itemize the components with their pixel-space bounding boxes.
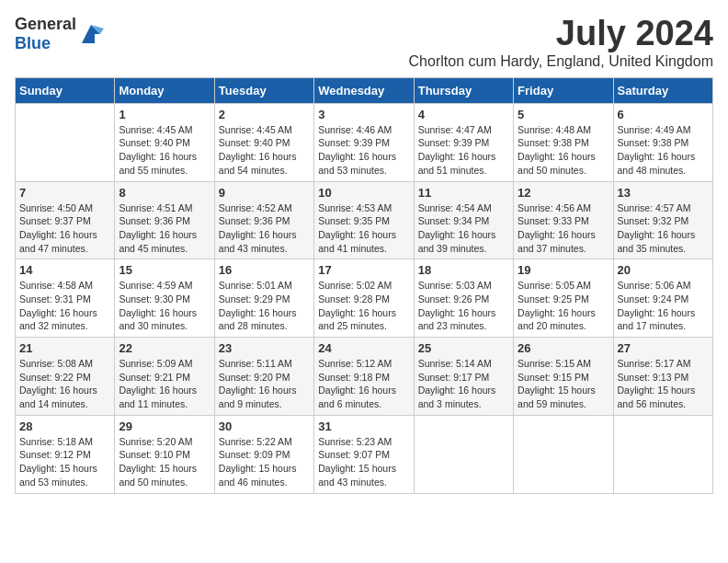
week-row-2: 14Sunrise: 4:58 AM Sunset: 9:31 PM Dayli… [16,259,713,338]
day-info: Sunrise: 4:48 AM Sunset: 9:38 PM Dayligh… [518,123,609,178]
day-info: Sunrise: 4:54 AM Sunset: 9:34 PM Dayligh… [418,201,509,256]
header-day-thursday: Thursday [414,77,513,103]
calendar-cell: 12Sunrise: 4:56 AM Sunset: 9:33 PM Dayli… [514,181,613,259]
day-info: Sunrise: 4:56 AM Sunset: 9:33 PM Dayligh… [518,201,609,256]
day-info: Sunrise: 4:45 AM Sunset: 9:40 PM Dayligh… [119,123,210,178]
day-info: Sunrise: 4:53 AM Sunset: 9:35 PM Dayligh… [318,201,409,256]
logo: General Blue [15,15,104,53]
header-day-tuesday: Tuesday [214,77,313,103]
day-number: 6 [618,108,709,121]
day-info: Sunrise: 5:02 AM Sunset: 9:28 PM Dayligh… [318,279,409,333]
week-row-4: 28Sunrise: 5:18 AM Sunset: 9:12 PM Dayli… [16,415,713,493]
header-day-sunday: Sunday [16,77,115,103]
header-row: SundayMondayTuesdayWednesdayThursdayFrid… [16,77,713,103]
calendar-cell: 18Sunrise: 5:03 AM Sunset: 9:26 PM Dayli… [414,259,513,338]
day-number: 14 [19,263,110,277]
day-info: Sunrise: 5:12 AM Sunset: 9:18 PM Dayligh… [318,357,409,411]
day-number: 18 [418,263,509,277]
day-number: 19 [518,263,609,277]
header-day-monday: Monday [115,77,214,103]
day-number: 8 [119,186,210,200]
day-info: Sunrise: 5:06 AM Sunset: 9:24 PM Dayligh… [618,279,709,333]
day-number: 31 [318,419,409,433]
day-info: Sunrise: 5:23 AM Sunset: 9:07 PM Dayligh… [318,435,409,489]
day-number: 13 [618,186,709,200]
calendar-cell: 25Sunrise: 5:14 AM Sunset: 9:17 PM Dayli… [414,338,513,416]
day-info: Sunrise: 4:49 AM Sunset: 9:38 PM Dayligh… [618,123,709,178]
day-number: 30 [219,419,310,433]
calendar-cell [16,103,115,181]
day-info: Sunrise: 4:52 AM Sunset: 9:36 PM Dayligh… [219,201,310,256]
day-number: 3 [318,108,409,121]
day-number: 5 [518,108,609,121]
calendar-cell: 10Sunrise: 4:53 AM Sunset: 9:35 PM Dayli… [314,181,414,259]
calendar-cell: 14Sunrise: 4:58 AM Sunset: 9:31 PM Dayli… [16,259,115,338]
calendar-cell: 20Sunrise: 5:06 AM Sunset: 9:24 PM Dayli… [613,259,712,338]
day-number: 24 [318,341,409,355]
calendar-cell [414,415,513,493]
calendar-cell: 23Sunrise: 5:11 AM Sunset: 9:20 PM Dayli… [214,338,313,416]
calendar-cell: 7Sunrise: 4:50 AM Sunset: 9:37 PM Daylig… [16,181,115,259]
day-number: 7 [19,186,110,200]
calendar-cell: 30Sunrise: 5:22 AM Sunset: 9:09 PM Dayli… [214,415,313,493]
title-area: July 2024 Chorlton cum Hardy, England, U… [409,15,713,70]
day-number: 16 [219,263,310,277]
calendar-cell: 13Sunrise: 4:57 AM Sunset: 9:32 PM Dayli… [613,181,712,259]
day-info: Sunrise: 4:50 AM Sunset: 9:37 PM Dayligh… [19,201,110,256]
calendar-cell: 29Sunrise: 5:20 AM Sunset: 9:10 PM Dayli… [115,415,214,493]
calendar-cell: 28Sunrise: 5:18 AM Sunset: 9:12 PM Dayli… [16,415,115,493]
calendar-cell: 17Sunrise: 5:02 AM Sunset: 9:28 PM Dayli… [314,259,414,338]
calendar-cell: 27Sunrise: 5:17 AM Sunset: 9:13 PM Dayli… [613,338,712,416]
day-info: Sunrise: 4:59 AM Sunset: 9:30 PM Dayligh… [119,279,210,333]
calendar-cell: 3Sunrise: 4:46 AM Sunset: 9:39 PM Daylig… [314,103,414,181]
day-info: Sunrise: 5:03 AM Sunset: 9:26 PM Dayligh… [418,279,509,333]
logo-blue: Blue [15,34,51,52]
day-number: 25 [418,341,509,355]
calendar-cell: 31Sunrise: 5:23 AM Sunset: 9:07 PM Dayli… [314,415,414,493]
calendar-cell: 8Sunrise: 4:51 AM Sunset: 9:36 PM Daylig… [115,181,214,259]
month-title: July 2024 [409,15,713,53]
calendar-cell: 9Sunrise: 4:52 AM Sunset: 9:36 PM Daylig… [214,181,313,259]
calendar-table: SundayMondayTuesdayWednesdayThursdayFrid… [15,77,713,494]
calendar-cell: 4Sunrise: 4:47 AM Sunset: 9:39 PM Daylig… [414,103,513,181]
header-day-wednesday: Wednesday [314,77,414,103]
logo-icon [78,21,104,47]
day-number: 27 [618,341,709,355]
day-info: Sunrise: 5:22 AM Sunset: 9:09 PM Dayligh… [219,435,310,489]
day-info: Sunrise: 5:01 AM Sunset: 9:29 PM Dayligh… [219,279,310,333]
calendar-cell: 6Sunrise: 4:49 AM Sunset: 9:38 PM Daylig… [613,103,712,181]
calendar-cell: 24Sunrise: 5:12 AM Sunset: 9:18 PM Dayli… [314,338,414,416]
calendar-cell: 26Sunrise: 5:15 AM Sunset: 9:15 PM Dayli… [514,338,613,416]
header-day-friday: Friday [514,77,613,103]
day-number: 29 [119,419,210,433]
day-number: 15 [119,263,210,277]
calendar-cell: 15Sunrise: 4:59 AM Sunset: 9:30 PM Dayli… [115,259,214,338]
calendar-cell: 21Sunrise: 5:08 AM Sunset: 9:22 PM Dayli… [16,338,115,416]
day-number: 17 [318,263,409,277]
day-info: Sunrise: 5:05 AM Sunset: 9:25 PM Dayligh… [518,279,609,333]
week-row-3: 21Sunrise: 5:08 AM Sunset: 9:22 PM Dayli… [16,338,713,416]
calendar-cell: 19Sunrise: 5:05 AM Sunset: 9:25 PM Dayli… [514,259,613,338]
day-info: Sunrise: 4:51 AM Sunset: 9:36 PM Dayligh… [119,201,210,256]
day-info: Sunrise: 5:08 AM Sunset: 9:22 PM Dayligh… [19,357,110,411]
day-info: Sunrise: 4:57 AM Sunset: 9:32 PM Dayligh… [618,201,709,256]
calendar-cell: 5Sunrise: 4:48 AM Sunset: 9:38 PM Daylig… [514,103,613,181]
page-header: General Blue July 2024 Chorlton cum Hard… [15,15,713,70]
day-number: 21 [19,341,110,355]
day-number: 28 [19,419,110,433]
week-row-1: 7Sunrise: 4:50 AM Sunset: 9:37 PM Daylig… [16,181,713,259]
calendar-cell [613,415,712,493]
calendar-cell: 2Sunrise: 4:45 AM Sunset: 9:40 PM Daylig… [214,103,313,181]
calendar-cell: 1Sunrise: 4:45 AM Sunset: 9:40 PM Daylig… [115,103,214,181]
day-number: 1 [119,108,210,121]
day-info: Sunrise: 5:11 AM Sunset: 9:20 PM Dayligh… [219,357,310,411]
day-info: Sunrise: 4:45 AM Sunset: 9:40 PM Dayligh… [219,123,310,178]
header-day-saturday: Saturday [613,77,712,103]
day-info: Sunrise: 5:15 AM Sunset: 9:15 PM Dayligh… [518,357,609,411]
day-number: 20 [618,263,709,277]
day-info: Sunrise: 4:58 AM Sunset: 9:31 PM Dayligh… [19,279,110,333]
day-number: 23 [219,341,310,355]
day-info: Sunrise: 5:20 AM Sunset: 9:10 PM Dayligh… [119,435,210,489]
calendar-cell: 16Sunrise: 5:01 AM Sunset: 9:29 PM Dayli… [214,259,313,338]
day-info: Sunrise: 5:14 AM Sunset: 9:17 PM Dayligh… [418,357,509,411]
